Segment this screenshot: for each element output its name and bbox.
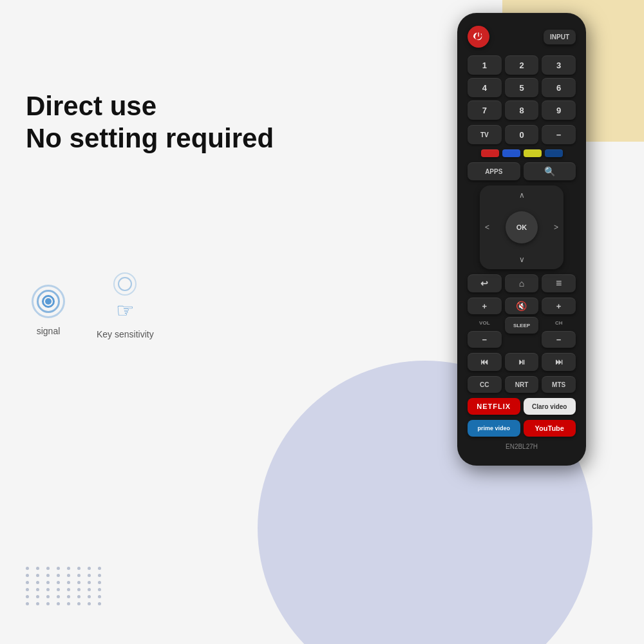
up-arrow-icon: ∧ xyxy=(519,191,525,200)
channel-column: + CH − xyxy=(542,298,576,348)
key-sensitivity-label: Key sensitivity xyxy=(97,329,154,339)
feature-key-sensitivity: ☞ Key sensitivity xyxy=(97,284,154,339)
nrt-button[interactable]: NRT xyxy=(505,376,539,393)
hand-symbol: ☞ xyxy=(116,298,135,323)
blue-color-button[interactable] xyxy=(502,149,520,157)
number-5-button[interactable]: 5 xyxy=(505,78,539,97)
number-6-button[interactable]: 6 xyxy=(542,78,576,97)
mute-button[interactable]: 🔇 xyxy=(505,298,539,314)
number-7-button[interactable]: 7 xyxy=(468,100,502,120)
headline-line1: Direct use xyxy=(26,90,296,122)
streaming-row-1: NETFLIX Claro video xyxy=(468,398,576,415)
input-button[interactable]: INPUT xyxy=(544,30,576,44)
power-icon xyxy=(473,32,484,42)
red-color-button[interactable] xyxy=(481,149,499,157)
sleep-button[interactable]: SLEEP xyxy=(505,317,539,334)
media-controls-row: ⏮ ⏯ ⏭ xyxy=(468,353,576,371)
streaming-row-2: prime video YouTube xyxy=(468,420,576,437)
vol-label: VOL xyxy=(468,317,502,328)
ok-button[interactable]: OK xyxy=(506,211,538,243)
number-8-button[interactable]: 8 xyxy=(505,100,539,120)
feature-signal: signal xyxy=(26,284,71,336)
play-pause-button[interactable]: ⏯ xyxy=(505,353,539,371)
youtube-button[interactable]: YouTube xyxy=(524,420,576,437)
claro-button[interactable]: Claro video xyxy=(524,398,576,415)
dpad-down-button[interactable]: ∨ xyxy=(519,255,525,264)
model-number: EN2BL27H xyxy=(468,443,576,450)
signal-icon xyxy=(26,284,71,319)
right-arrow-icon: > xyxy=(554,223,558,232)
number-1-button[interactable]: 1 xyxy=(468,55,502,75)
apps-button[interactable]: APPS xyxy=(468,162,520,180)
volume-mute-channel-section: + VOL − 🔇 SLEEP + CH − xyxy=(468,298,576,348)
mts-button[interactable]: MTS xyxy=(542,376,576,393)
dpad-container: ∧ ∨ < > OK xyxy=(480,185,564,269)
number-3-button[interactable]: 3 xyxy=(542,55,576,75)
headline-line2: No setting required xyxy=(26,122,296,155)
channel-down-button[interactable]: − xyxy=(542,331,576,348)
volume-down-button[interactable]: − xyxy=(468,331,502,348)
signal-arc-right-3 xyxy=(24,278,72,326)
prime-video-button[interactable]: prime video xyxy=(468,420,520,437)
dots-decoration xyxy=(26,567,104,605)
dpad-up-button[interactable]: ∧ xyxy=(519,191,525,200)
mute-sleep-column: 🔇 SLEEP xyxy=(505,298,539,348)
dpad-left-button[interactable]: < xyxy=(485,223,489,232)
tv-zero-row: TV 0 − xyxy=(468,125,576,144)
number-9-button[interactable]: 9 xyxy=(542,100,576,120)
home-button[interactable]: ⌂ xyxy=(505,274,539,292)
remote-top-row: INPUT xyxy=(468,26,576,48)
signal-label: signal xyxy=(37,326,61,336)
cc-nrt-mts-row: CC NRT MTS xyxy=(468,376,576,393)
number-4-button[interactable]: 4 xyxy=(468,78,502,97)
left-arrow-icon: < xyxy=(485,223,489,232)
features-section: signal ☞ Key sensitivity xyxy=(26,284,296,339)
volume-up-button[interactable]: + xyxy=(468,298,502,314)
apps-search-row: APPS 🔍 xyxy=(468,162,576,180)
volume-column: + VOL − xyxy=(468,298,502,348)
back-button[interactable]: ↩ xyxy=(468,274,502,292)
hand-touch-icon: ☞ xyxy=(102,284,147,323)
channel-up-button[interactable]: + xyxy=(542,298,576,314)
tv-button[interactable]: TV xyxy=(468,125,502,144)
cc-button[interactable]: CC xyxy=(468,376,502,393)
power-button[interactable] xyxy=(468,26,489,48)
rewind-button[interactable]: ⏮ xyxy=(468,353,502,371)
ch-label: CH xyxy=(542,317,576,328)
back-home-menu-row: ↩ ⌂ ≡ xyxy=(468,274,576,292)
left-panel: Direct use No setting required signal xyxy=(0,0,322,644)
number-0-button[interactable]: 0 xyxy=(505,125,539,144)
dash-button[interactable]: − xyxy=(542,125,576,144)
yellow-color-button[interactable] xyxy=(524,149,542,157)
headline: Direct use No setting required xyxy=(26,90,296,155)
number-2-button[interactable]: 2 xyxy=(505,55,539,75)
dpad-right-button[interactable]: > xyxy=(554,223,558,232)
color-buttons-row xyxy=(468,149,576,157)
netflix-button[interactable]: NETFLIX xyxy=(468,398,520,415)
menu-button[interactable]: ≡ xyxy=(542,274,576,292)
remote-control: INPUT 1 2 3 4 5 6 7 8 9 TV 0 − APPS 🔍 ∧ … xyxy=(457,13,586,466)
touch-ring-inner xyxy=(118,277,132,291)
number-grid: 1 2 3 4 5 6 7 8 9 xyxy=(468,55,576,120)
fast-forward-button[interactable]: ⏭ xyxy=(542,353,576,371)
search-button[interactable]: 🔍 xyxy=(524,162,576,180)
dark-blue-color-button[interactable] xyxy=(545,149,563,157)
dots-grid xyxy=(26,567,104,605)
down-arrow-icon: ∨ xyxy=(519,255,525,264)
